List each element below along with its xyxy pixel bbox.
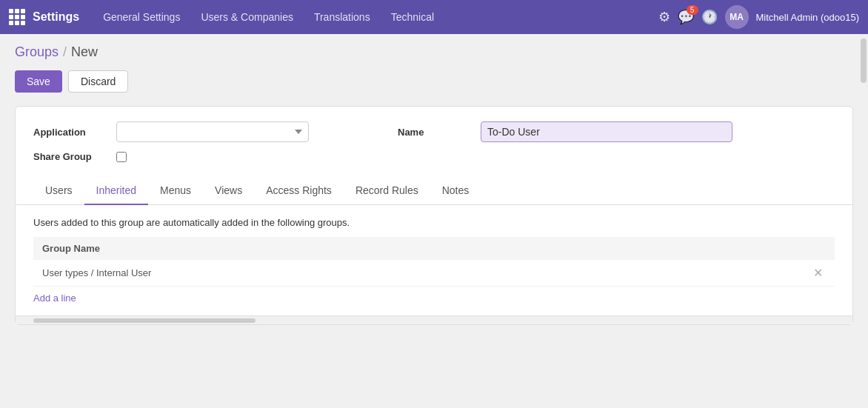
app-logo[interactable]: Settings: [9, 9, 79, 25]
gear-icon[interactable]: ⚙: [658, 9, 670, 25]
application-label: Application: [33, 127, 107, 138]
share-group-row: Share Group: [33, 151, 309, 162]
action-bar: Save Discard: [15, 70, 853, 93]
tabs: Users Inherited Menus Views Access Right…: [16, 177, 852, 205]
clock-icon[interactable]: 🕐: [701, 9, 718, 25]
name-row: Name: [398, 121, 732, 142]
discard-button[interactable]: Discard: [68, 70, 128, 93]
col-group-name: Group Name: [33, 237, 801, 260]
menu-users-companies[interactable]: Users & Companies: [192, 7, 302, 27]
col-actions-header: [801, 237, 835, 260]
delete-row-button[interactable]: ✕: [810, 266, 826, 280]
application-select[interactable]: [116, 121, 309, 142]
menu-translations[interactable]: Translations: [305, 7, 379, 27]
add-line-link[interactable]: Add a line: [33, 292, 76, 304]
tab-users[interactable]: Users: [33, 177, 84, 205]
form-fields-right: Name: [398, 121, 732, 162]
menu-technical[interactable]: Technical: [382, 7, 443, 27]
menu-general-settings[interactable]: General Settings: [94, 7, 189, 27]
save-button[interactable]: Save: [15, 70, 62, 93]
tab-content-inherited: Users added to this group are automatica…: [33, 205, 835, 315]
chat-icon[interactable]: 💬 5: [678, 9, 694, 25]
hscroll-thumb: [33, 318, 256, 323]
tab-inherited[interactable]: Inherited: [84, 177, 148, 205]
group-name-cell: User types / Internal User: [33, 260, 801, 287]
delete-cell: ✕: [801, 260, 835, 287]
groups-table: Group Name User types / Internal User ✕: [33, 237, 835, 287]
tab-notes[interactable]: Notes: [430, 177, 481, 205]
vscroll-thumb: [861, 39, 867, 83]
topnav: Settings General Settings Users & Compan…: [0, 0, 868, 34]
name-label: Name: [398, 127, 472, 138]
name-input[interactable]: [481, 121, 732, 142]
tab-views[interactable]: Views: [203, 177, 254, 205]
form-card: Application Share Group Name: [15, 106, 853, 325]
grid-icon: [9, 9, 25, 25]
tab-access-rights[interactable]: Access Rights: [254, 177, 344, 205]
breadcrumb-parent[interactable]: Groups: [15, 44, 59, 60]
form-fields-left: Application Share Group: [33, 121, 309, 162]
breadcrumb-separator: /: [63, 44, 67, 60]
user-label[interactable]: Mitchell Admin (odoo15): [756, 12, 859, 23]
topnav-right: ⚙ 💬 5 🕐 MA Mitchell Admin (odoo15): [658, 5, 859, 29]
breadcrumb: Groups / New: [15, 44, 853, 60]
notification-badge: 5: [687, 5, 698, 15]
table-row: User types / Internal User ✕: [33, 260, 835, 287]
topnav-menu: General Settings Users & Companies Trans…: [94, 7, 658, 27]
horizontal-scrollbar[interactable]: [16, 315, 852, 324]
tab-record-rules[interactable]: Record Rules: [344, 177, 430, 205]
inherited-description: Users added to this group are automatica…: [33, 217, 835, 228]
share-group-checkbox-wrap: [116, 152, 127, 162]
app-title: Settings: [33, 10, 79, 24]
breadcrumb-current: New: [71, 44, 98, 60]
page-content: Groups / New Save Discard Application Sh…: [0, 34, 868, 335]
share-group-checkbox[interactable]: [116, 152, 127, 162]
share-group-label: Share Group: [33, 151, 107, 162]
vertical-scrollbar[interactable]: [859, 34, 868, 335]
tab-menus[interactable]: Menus: [148, 177, 203, 205]
application-row: Application: [33, 121, 309, 142]
avatar[interactable]: MA: [725, 5, 749, 29]
